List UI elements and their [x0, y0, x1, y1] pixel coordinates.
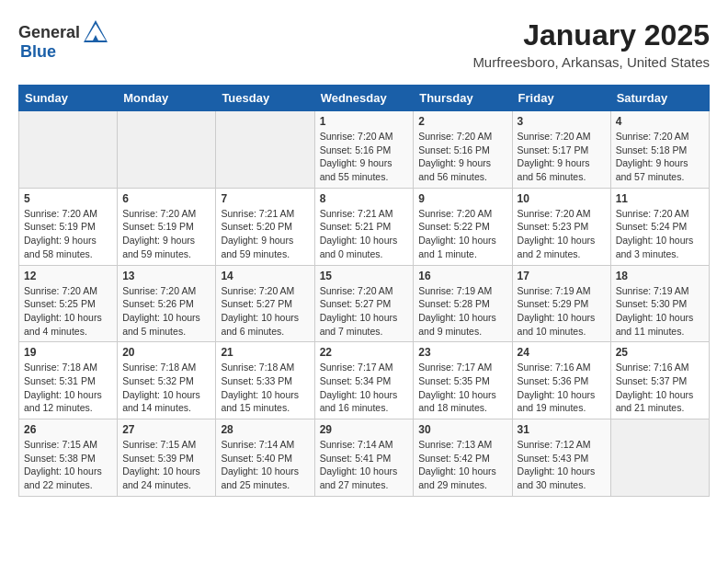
- calendar-cell: [610, 419, 709, 497]
- day-of-week-header: Wednesday: [314, 86, 414, 111]
- calendar-cell: 27Sunrise: 7:15 AM Sunset: 5:39 PM Dayli…: [118, 419, 216, 497]
- calendar-cell: 6Sunrise: 7:20 AM Sunset: 5:19 PM Daylig…: [118, 188, 216, 265]
- day-number: 19: [24, 346, 112, 359]
- day-info: Sunrise: 7:20 AM Sunset: 5:23 PM Dayligh…: [518, 207, 606, 261]
- calendar-cell: 18Sunrise: 7:19 AM Sunset: 5:30 PM Dayli…: [610, 265, 709, 342]
- day-info: Sunrise: 7:14 AM Sunset: 5:40 PM Dayligh…: [221, 438, 309, 492]
- logo: General Blue: [18, 18, 109, 62]
- day-info: Sunrise: 7:15 AM Sunset: 5:38 PM Dayligh…: [24, 438, 112, 492]
- calendar-cell: 16Sunrise: 7:19 AM Sunset: 5:28 PM Dayli…: [414, 265, 512, 342]
- day-info: Sunrise: 7:17 AM Sunset: 5:35 PM Dayligh…: [418, 361, 506, 415]
- day-of-week-header: Thursday: [414, 86, 512, 111]
- calendar-cell: 31Sunrise: 7:12 AM Sunset: 5:43 PM Dayli…: [512, 419, 610, 497]
- day-info: Sunrise: 7:20 AM Sunset: 5:16 PM Dayligh…: [320, 130, 409, 184]
- day-info: Sunrise: 7:20 AM Sunset: 5:26 PM Dayligh…: [122, 284, 210, 339]
- day-number: 1: [320, 115, 409, 128]
- day-info: Sunrise: 7:12 AM Sunset: 5:43 PM Dayligh…: [518, 438, 606, 492]
- day-info: Sunrise: 7:19 AM Sunset: 5:29 PM Dayligh…: [518, 284, 606, 339]
- day-number: 3: [518, 115, 606, 128]
- calendar-cell: [118, 111, 216, 189]
- title-block: January 2025 Murfreesboro, Arkansas, Uni…: [472, 18, 710, 70]
- day-info: Sunrise: 7:17 AM Sunset: 5:34 PM Dayligh…: [320, 361, 409, 415]
- location-title: Murfreesboro, Arkansas, United States: [472, 54, 710, 70]
- day-number: 6: [122, 192, 210, 205]
- day-number: 24: [518, 346, 606, 359]
- day-number: 13: [122, 270, 210, 282]
- calendar-cell: 12Sunrise: 7:20 AM Sunset: 5:25 PM Dayli…: [19, 265, 118, 342]
- day-number: 18: [616, 270, 704, 282]
- day-number: 11: [616, 192, 704, 205]
- day-number: 28: [221, 423, 309, 436]
- calendar-week-row: 5Sunrise: 7:20 AM Sunset: 5:19 PM Daylig…: [19, 188, 710, 265]
- calendar-cell: 8Sunrise: 7:21 AM Sunset: 5:21 PM Daylig…: [314, 188, 414, 265]
- calendar-cell: 20Sunrise: 7:18 AM Sunset: 5:32 PM Dayli…: [118, 342, 216, 419]
- day-number: 15: [320, 270, 409, 282]
- day-number: 17: [518, 270, 606, 282]
- calendar-body: 1Sunrise: 7:20 AM Sunset: 5:16 PM Daylig…: [19, 111, 710, 497]
- day-info: Sunrise: 7:20 AM Sunset: 5:25 PM Dayligh…: [24, 284, 112, 339]
- calendar-cell: 9Sunrise: 7:20 AM Sunset: 5:22 PM Daylig…: [414, 188, 512, 265]
- day-info: Sunrise: 7:20 AM Sunset: 5:24 PM Dayligh…: [616, 207, 704, 261]
- day-number: 31: [518, 423, 606, 436]
- page-header: General Blue January 2025 Murfreesboro, …: [18, 18, 710, 70]
- calendar-week-row: 26Sunrise: 7:15 AM Sunset: 5:38 PM Dayli…: [19, 419, 710, 497]
- day-number: 12: [24, 270, 112, 282]
- calendar-cell: 14Sunrise: 7:20 AM Sunset: 5:27 PM Dayli…: [216, 265, 314, 342]
- day-info: Sunrise: 7:16 AM Sunset: 5:36 PM Dayligh…: [518, 361, 606, 415]
- logo-general-text: General: [18, 23, 80, 42]
- calendar-cell: 4Sunrise: 7:20 AM Sunset: 5:18 PM Daylig…: [610, 111, 709, 189]
- logo-blue-text: Blue: [20, 42, 56, 62]
- day-number: 26: [24, 423, 112, 436]
- day-number: 8: [320, 192, 409, 205]
- calendar-cell: 26Sunrise: 7:15 AM Sunset: 5:38 PM Dayli…: [19, 419, 118, 497]
- day-info: Sunrise: 7:18 AM Sunset: 5:32 PM Dayligh…: [122, 361, 210, 415]
- day-info: Sunrise: 7:20 AM Sunset: 5:19 PM Dayligh…: [122, 207, 210, 261]
- day-info: Sunrise: 7:18 AM Sunset: 5:33 PM Dayligh…: [221, 361, 309, 415]
- day-info: Sunrise: 7:20 AM Sunset: 5:18 PM Dayligh…: [616, 130, 704, 184]
- calendar-cell: [216, 111, 314, 189]
- calendar-cell: 29Sunrise: 7:14 AM Sunset: 5:41 PM Dayli…: [314, 419, 414, 497]
- day-info: Sunrise: 7:15 AM Sunset: 5:39 PM Dayligh…: [122, 438, 210, 492]
- calendar-cell: 30Sunrise: 7:13 AM Sunset: 5:42 PM Dayli…: [414, 419, 512, 497]
- calendar-cell: 21Sunrise: 7:18 AM Sunset: 5:33 PM Dayli…: [216, 342, 314, 419]
- calendar-week-row: 19Sunrise: 7:18 AM Sunset: 5:31 PM Dayli…: [19, 342, 710, 419]
- day-number: 5: [24, 192, 112, 205]
- day-number: 7: [221, 192, 309, 205]
- day-number: 10: [518, 192, 606, 205]
- day-number: 30: [418, 423, 506, 436]
- day-number: 14: [221, 270, 309, 282]
- calendar-cell: 23Sunrise: 7:17 AM Sunset: 5:35 PM Dayli…: [414, 342, 512, 419]
- day-info: Sunrise: 7:21 AM Sunset: 5:21 PM Dayligh…: [320, 207, 409, 261]
- day-number: 21: [221, 346, 309, 359]
- calendar-cell: [19, 111, 118, 189]
- day-of-week-header: Saturday: [610, 86, 709, 111]
- calendar-cell: 28Sunrise: 7:14 AM Sunset: 5:40 PM Dayli…: [216, 419, 314, 497]
- calendar-table: SundayMondayTuesdayWednesdayThursdayFrid…: [18, 85, 710, 497]
- day-number: 25: [616, 346, 704, 359]
- calendar-cell: 17Sunrise: 7:19 AM Sunset: 5:29 PM Dayli…: [512, 265, 610, 342]
- calendar-cell: 7Sunrise: 7:21 AM Sunset: 5:20 PM Daylig…: [216, 188, 314, 265]
- day-info: Sunrise: 7:20 AM Sunset: 5:17 PM Dayligh…: [518, 130, 606, 184]
- calendar-cell: 24Sunrise: 7:16 AM Sunset: 5:36 PM Dayli…: [512, 342, 610, 419]
- day-info: Sunrise: 7:14 AM Sunset: 5:41 PM Dayligh…: [320, 438, 409, 492]
- day-info: Sunrise: 7:18 AM Sunset: 5:31 PM Dayligh…: [24, 361, 112, 415]
- calendar-cell: 1Sunrise: 7:20 AM Sunset: 5:16 PM Daylig…: [314, 111, 414, 189]
- day-info: Sunrise: 7:19 AM Sunset: 5:28 PM Dayligh…: [418, 284, 506, 339]
- calendar-cell: 25Sunrise: 7:16 AM Sunset: 5:37 PM Dayli…: [610, 342, 709, 419]
- calendar-cell: 11Sunrise: 7:20 AM Sunset: 5:24 PM Dayli…: [610, 188, 709, 265]
- day-number: 27: [122, 423, 210, 436]
- day-number: 23: [418, 346, 506, 359]
- calendar-cell: 3Sunrise: 7:20 AM Sunset: 5:17 PM Daylig…: [512, 111, 610, 189]
- calendar-cell: 10Sunrise: 7:20 AM Sunset: 5:23 PM Dayli…: [512, 188, 610, 265]
- calendar-cell: 19Sunrise: 7:18 AM Sunset: 5:31 PM Dayli…: [19, 342, 118, 419]
- calendar-cell: 13Sunrise: 7:20 AM Sunset: 5:26 PM Dayli…: [118, 265, 216, 342]
- day-of-week-header: Friday: [512, 86, 610, 111]
- calendar-cell: 2Sunrise: 7:20 AM Sunset: 5:16 PM Daylig…: [414, 111, 512, 189]
- month-title: January 2025: [472, 18, 710, 52]
- day-info: Sunrise: 7:20 AM Sunset: 5:22 PM Dayligh…: [418, 207, 506, 261]
- day-number: 4: [616, 115, 704, 128]
- day-info: Sunrise: 7:20 AM Sunset: 5:19 PM Dayligh…: [24, 207, 112, 261]
- day-number: 29: [320, 423, 409, 436]
- day-info: Sunrise: 7:20 AM Sunset: 5:27 PM Dayligh…: [320, 284, 409, 339]
- logo-icon: [82, 18, 109, 46]
